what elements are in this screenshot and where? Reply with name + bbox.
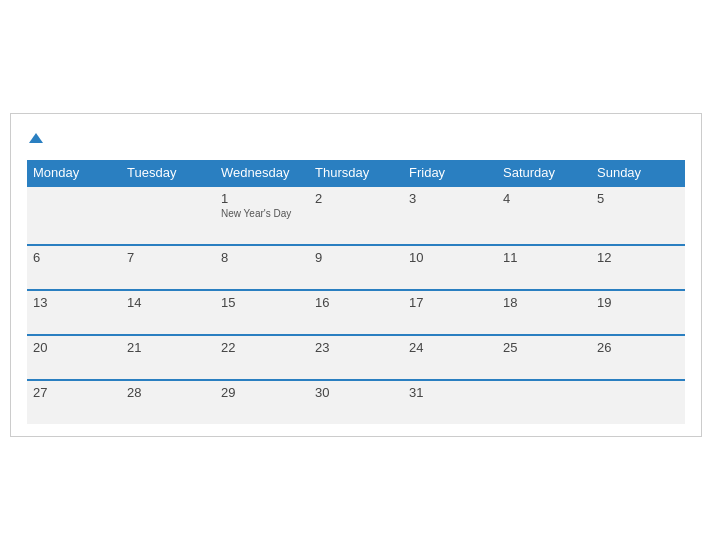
calendar-cell-w1d1: 7	[121, 245, 215, 290]
day-number: 31	[409, 385, 423, 400]
logo-line1	[27, 130, 43, 148]
calendar-cell-w4d5	[497, 380, 591, 424]
calendar-cell-w0d3: 2	[309, 186, 403, 245]
calendar-cell-w1d6: 12	[591, 245, 685, 290]
day-number: 25	[503, 340, 517, 355]
weekday-header-tuesday: Tuesday	[121, 160, 215, 186]
day-number: 2	[315, 191, 322, 206]
calendar-week-2: 13141516171819	[27, 290, 685, 335]
logo-area	[27, 130, 43, 148]
day-number: 4	[503, 191, 510, 206]
calendar-cell-w3d2: 22	[215, 335, 309, 380]
calendar-cell-w4d3: 30	[309, 380, 403, 424]
calendar-week-3: 20212223242526	[27, 335, 685, 380]
calendar-cell-w3d4: 24	[403, 335, 497, 380]
day-number: 22	[221, 340, 235, 355]
day-number: 9	[315, 250, 322, 265]
weekday-header-thursday: Thursday	[309, 160, 403, 186]
day-number: 11	[503, 250, 517, 265]
calendar-cell-w4d6	[591, 380, 685, 424]
day-number: 21	[127, 340, 141, 355]
calendar-cell-w1d5: 11	[497, 245, 591, 290]
calendar-cell-w1d3: 9	[309, 245, 403, 290]
day-number: 18	[503, 295, 517, 310]
calendar-cell-w3d6: 26	[591, 335, 685, 380]
day-number: 3	[409, 191, 416, 206]
calendar-cell-w2d2: 15	[215, 290, 309, 335]
calendar-cell-w3d1: 21	[121, 335, 215, 380]
day-number: 29	[221, 385, 235, 400]
calendar-cell-w0d6: 5	[591, 186, 685, 245]
day-number: 8	[221, 250, 228, 265]
calendar-cell-w4d0: 27	[27, 380, 121, 424]
day-number: 28	[127, 385, 141, 400]
logo-triangle-icon	[29, 133, 43, 143]
calendar-cell-w1d2: 8	[215, 245, 309, 290]
calendar-cell-w2d6: 19	[591, 290, 685, 335]
calendar-cell-w3d0: 20	[27, 335, 121, 380]
weekday-header-row: MondayTuesdayWednesdayThursdayFridaySatu…	[27, 160, 685, 186]
weekday-header-saturday: Saturday	[497, 160, 591, 186]
day-number: 20	[33, 340, 47, 355]
calendar-cell-w1d0: 6	[27, 245, 121, 290]
weekday-header-friday: Friday	[403, 160, 497, 186]
weekday-header-sunday: Sunday	[591, 160, 685, 186]
day-number: 27	[33, 385, 47, 400]
calendar-week-0: 1New Year's Day2345	[27, 186, 685, 245]
calendar-cell-w0d2: 1New Year's Day	[215, 186, 309, 245]
calendar-cell-w2d3: 16	[309, 290, 403, 335]
calendar-cell-w0d1	[121, 186, 215, 245]
day-number: 12	[597, 250, 611, 265]
calendar-week-1: 6789101112	[27, 245, 685, 290]
calendar-cell-w0d5: 4	[497, 186, 591, 245]
day-number: 13	[33, 295, 47, 310]
calendar-cell-w3d3: 23	[309, 335, 403, 380]
calendar-cell-w2d0: 13	[27, 290, 121, 335]
day-number: 10	[409, 250, 423, 265]
day-number: 30	[315, 385, 329, 400]
weekday-header-wednesday: Wednesday	[215, 160, 309, 186]
calendar-header	[27, 130, 685, 148]
day-number: 6	[33, 250, 40, 265]
day-number: 7	[127, 250, 134, 265]
day-number: 24	[409, 340, 423, 355]
calendar-cell-w4d2: 29	[215, 380, 309, 424]
calendar-cell-w2d4: 17	[403, 290, 497, 335]
day-number: 16	[315, 295, 329, 310]
calendar-cell-w0d0	[27, 186, 121, 245]
calendar-table: MondayTuesdayWednesdayThursdayFridaySatu…	[27, 160, 685, 424]
day-number: 5	[597, 191, 604, 206]
day-number: 17	[409, 295, 423, 310]
calendar-cell-w3d5: 25	[497, 335, 591, 380]
day-number: 19	[597, 295, 611, 310]
calendar-cell-w2d1: 14	[121, 290, 215, 335]
day-number: 15	[221, 295, 235, 310]
calendar-cell-w0d4: 3	[403, 186, 497, 245]
calendar-cell-w1d4: 10	[403, 245, 497, 290]
weekday-header-monday: Monday	[27, 160, 121, 186]
holiday-label: New Year's Day	[221, 208, 303, 220]
calendar-cell-w4d1: 28	[121, 380, 215, 424]
calendar-week-4: 2728293031	[27, 380, 685, 424]
calendar-container: MondayTuesdayWednesdayThursdayFridaySatu…	[10, 113, 702, 437]
calendar-cell-w4d4: 31	[403, 380, 497, 424]
day-number: 23	[315, 340, 329, 355]
day-number: 26	[597, 340, 611, 355]
day-number: 14	[127, 295, 141, 310]
calendar-cell-w2d5: 18	[497, 290, 591, 335]
day-number: 1	[221, 191, 228, 206]
